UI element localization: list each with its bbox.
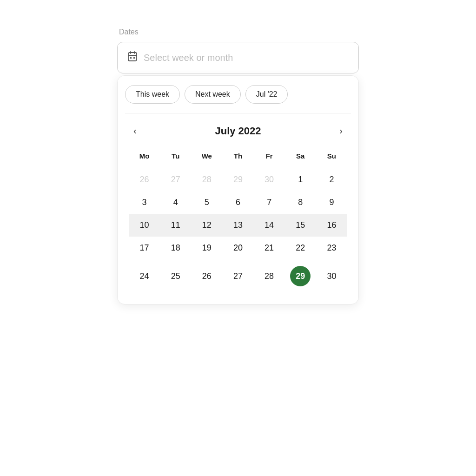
next-month-button[interactable]: › (335, 123, 347, 139)
calendar-day[interactable]: 27 (160, 168, 191, 191)
calendar-day[interactable]: 2 (316, 168, 347, 191)
calendar-day[interactable]: 26 (129, 168, 160, 191)
calendar-day[interactable]: 25 (160, 259, 191, 293)
day-number: 1 (298, 175, 303, 185)
weekday-header-fr: Fr (254, 152, 285, 168)
day-number: 26 (140, 175, 149, 185)
calendar-day[interactable]: 5 (191, 191, 222, 214)
selected-day-circle: 29 (290, 266, 311, 286)
calendar-day[interactable]: 24 (129, 259, 160, 293)
calendar-day[interactable]: 7 (254, 191, 285, 214)
prev-month-button[interactable]: ‹ (129, 123, 141, 139)
day-number: 28 (202, 175, 212, 185)
day-number: 12 (202, 220, 212, 230)
calendar-weekday-headers: MoTuWeThFrSaSu26272829301234567891011121… (129, 152, 347, 293)
day-number: 27 (171, 175, 180, 185)
day-number: 16 (327, 220, 336, 230)
calendar-day[interactable]: 16 (316, 214, 347, 237)
day-number: 14 (264, 220, 274, 230)
date-picker-container: Dates Select week or month This week Nex… (117, 28, 359, 304)
calendar-day[interactable]: 27 (222, 259, 253, 293)
day-number: 24 (140, 271, 149, 281)
weekday-header-we: We (191, 152, 222, 168)
calendar-day[interactable]: 26 (191, 259, 222, 293)
day-number: 29 (233, 175, 243, 185)
calendar-day[interactable]: 30 (316, 259, 347, 293)
calendar-day[interactable]: 4 (160, 191, 191, 214)
calendar-day[interactable]: 28 (191, 168, 222, 191)
day-number: 19 (202, 243, 212, 253)
calendar-day[interactable]: 14 (254, 214, 285, 237)
jul-22-button[interactable]: Jul '22 (245, 85, 288, 104)
calendar-day[interactable]: 6 (222, 191, 253, 214)
calendar-day[interactable]: 3 (129, 191, 160, 214)
calendar-day[interactable]: 12 (191, 214, 222, 237)
quick-options: This week Next week Jul '22 (125, 85, 351, 104)
weekday-header-th: Th (222, 152, 253, 168)
day-number: 27 (233, 271, 243, 281)
weekday-header-su: Su (316, 152, 347, 168)
calendar-day[interactable]: 30 (254, 168, 285, 191)
calendar-day[interactable]: 23 (316, 237, 347, 259)
calendar-day[interactable]: 20 (222, 237, 253, 259)
day-number: 22 (296, 243, 305, 253)
day-number: 28 (264, 271, 274, 281)
day-number: 25 (171, 271, 180, 281)
this-week-button[interactable]: This week (125, 85, 180, 104)
day-number: 6 (236, 198, 240, 207)
day-number: 3 (142, 198, 147, 207)
weekday-header-sa: Sa (285, 152, 316, 168)
day-number: 21 (264, 243, 274, 253)
day-number: 7 (267, 198, 271, 207)
day-number: 30 (327, 271, 336, 281)
day-number: 26 (202, 271, 212, 281)
calendar-day[interactable]: 21 (254, 237, 285, 259)
day-number: 8 (298, 198, 303, 207)
calendar-day[interactable]: 17 (129, 237, 160, 259)
svg-rect-0 (128, 53, 137, 61)
calendar-day[interactable]: 13 (222, 214, 253, 237)
weekday-header-mo: Mo (129, 152, 160, 168)
calendar-day[interactable]: 22 (285, 237, 316, 259)
month-title: July 2022 (215, 125, 261, 137)
day-number: 11 (171, 220, 180, 230)
day-number: 17 (140, 243, 149, 253)
calendar-day[interactable]: 11 (160, 214, 191, 237)
day-number: 4 (173, 198, 178, 207)
calendar-day[interactable]: 28 (254, 259, 285, 293)
day-number: 13 (233, 220, 243, 230)
day-number: 10 (140, 220, 149, 230)
day-number: 5 (205, 198, 209, 207)
dropdown-panel: This week Next week Jul '22 ‹ July 2022 … (117, 75, 359, 304)
calendar-day[interactable]: 19 (191, 237, 222, 259)
day-number: 15 (296, 220, 305, 230)
day-number: 18 (171, 243, 180, 253)
calendar: ‹ July 2022 › MoTuWeThFrSaSu262728293012… (125, 123, 351, 293)
calendar-day[interactable]: 18 (160, 237, 191, 259)
svg-rect-5 (133, 57, 135, 59)
divider (125, 113, 351, 113)
day-number: 30 (264, 175, 274, 185)
day-number: 20 (233, 243, 243, 253)
calendar-day[interactable]: 1 (285, 168, 316, 191)
day-number: 2 (329, 175, 334, 185)
calendar-day[interactable]: 10 (129, 214, 160, 237)
next-week-button[interactable]: Next week (185, 85, 241, 104)
dates-label: Dates (117, 28, 359, 36)
calendar-day[interactable]: 15 (285, 214, 316, 237)
calendar-day[interactable]: 9 (316, 191, 347, 214)
weekday-header-tu: Tu (160, 152, 191, 168)
calendar-day[interactable]: 8 (285, 191, 316, 214)
day-number: 23 (327, 243, 336, 253)
day-number: 9 (329, 198, 334, 207)
calendar-header: ‹ July 2022 › (129, 123, 347, 139)
date-input-placeholder: Select week or month (144, 53, 233, 63)
svg-rect-4 (130, 57, 132, 59)
calendar-icon (127, 51, 138, 65)
calendar-day[interactable]: 29 (285, 259, 316, 293)
date-input[interactable]: Select week or month (117, 42, 359, 73)
calendar-day[interactable]: 29 (222, 168, 253, 191)
